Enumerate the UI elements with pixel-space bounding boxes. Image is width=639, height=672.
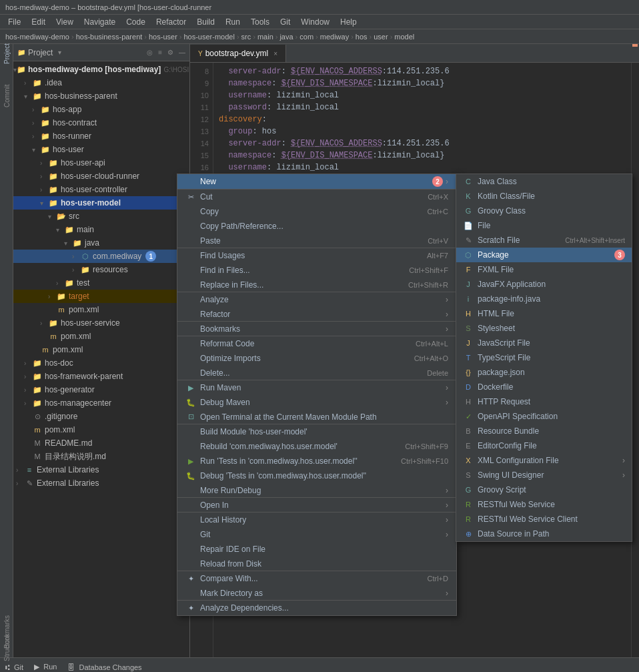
sub-label: Java Class bbox=[478, 177, 625, 186]
ctx-reload[interactable]: Reload from Disk bbox=[177, 557, 456, 571]
ctx-find-usages[interactable]: Find Usages Alt+F7 bbox=[177, 248, 456, 263]
sub-swing[interactable]: S Swing UI Designer › bbox=[456, 468, 632, 482]
sub-kotlin[interactable]: K Kotlin Class/File bbox=[456, 189, 632, 204]
ctx-rebuild[interactable]: Rebuild 'com.mediway.hos.user.model' Ctr… bbox=[177, 439, 456, 454]
sub-label: JavaFX Application bbox=[478, 280, 625, 289]
sub-label: Stylesheet bbox=[478, 324, 625, 333]
ctx-local-history[interactable]: Local History › bbox=[177, 513, 456, 527]
sub-java-class[interactable]: C Java Class bbox=[456, 174, 632, 189]
sub-css[interactable]: S Stylesheet bbox=[456, 321, 632, 336]
package-icon: ⬡ bbox=[463, 250, 474, 260]
sub-javafx[interactable]: J JavaFX Application bbox=[456, 277, 632, 292]
sub-label: File bbox=[478, 221, 625, 230]
run-maven-icon: ▶ bbox=[185, 384, 196, 392]
sub-package[interactable]: ⬡ Package 3 bbox=[456, 248, 632, 262]
ctx-replace[interactable]: Replace in Files... Ctrl+Shift+R bbox=[177, 278, 456, 292]
sub-label: Resource Bundle bbox=[478, 426, 625, 436]
sub-file[interactable]: 📄 File bbox=[456, 218, 632, 233]
shortcut: Ctrl+Shift+R bbox=[408, 281, 448, 289]
ctx-debug-tests[interactable]: 🐛 Debug 'Tests in 'com.mediway.hos.user.… bbox=[177, 468, 456, 483]
compare-icon: ✦ bbox=[185, 575, 196, 583]
sub-editorconfig[interactable]: E EditorConfig File bbox=[456, 438, 632, 453]
sub-datasource[interactable]: ⊕ Data Source in Path bbox=[456, 527, 632, 541]
sub-label: TypeScript File bbox=[478, 353, 625, 362]
sub-label: Swing UI Designer bbox=[478, 470, 622, 480]
ctx-label: Find Usages bbox=[200, 251, 422, 260]
arrow-icon: › bbox=[446, 310, 448, 319]
ctx-label: Find in Files... bbox=[200, 266, 404, 275]
sub-docker[interactable]: D Dockerfile bbox=[456, 380, 632, 394]
sub-restful[interactable]: R RESTful Web Service bbox=[456, 497, 632, 512]
sub-groovy[interactable]: G Groovy Class bbox=[456, 204, 632, 218]
sub-bundle[interactable]: B Resource Bundle bbox=[456, 424, 632, 438]
ctx-mark-dir[interactable]: Mark Directory as › bbox=[177, 586, 456, 601]
sub-html[interactable]: H HTML File bbox=[456, 306, 632, 321]
ctx-git[interactable]: Git › bbox=[177, 527, 456, 542]
sub-package-info[interactable]: i package-info.java bbox=[456, 292, 632, 306]
ctx-debug-maven[interactable]: 🐛 Debug Maven › bbox=[177, 395, 456, 410]
sub-label: XML Configuration File bbox=[478, 456, 622, 465]
sub-xml-config[interactable]: X XML Configuration File › bbox=[456, 453, 632, 468]
sub-label: Data Source in Path bbox=[478, 529, 625, 539]
ctx-delete[interactable]: Delete... Delete bbox=[177, 366, 456, 380]
arrow-icon: › bbox=[446, 295, 448, 304]
ctx-paste[interactable]: Paste Ctrl+V bbox=[177, 234, 456, 248]
ctx-label: Debug 'Tests in 'com.mediway.hos.user.mo… bbox=[200, 471, 448, 480]
ctx-label: Analyze Dependencies... bbox=[200, 603, 448, 613]
ctx-cut[interactable]: ✂ Cut Ctrl+X bbox=[177, 190, 456, 204]
ctx-run-tests[interactable]: ▶ Run 'Tests in 'com.mediway.hos.user.mo… bbox=[177, 454, 456, 468]
sub-json[interactable]: {} package.json bbox=[456, 365, 632, 380]
ctx-label: Replace in Files... bbox=[200, 280, 403, 290]
ctx-analyze-deps[interactable]: ✦ Analyze Dependencies... bbox=[177, 601, 456, 615]
ctx-refactor[interactable]: Refactor › bbox=[177, 307, 456, 322]
sub-http[interactable]: H HTTP Request bbox=[456, 394, 632, 409]
arrow-icon: › bbox=[446, 486, 448, 495]
sub-scratch[interactable]: ✎ Scratch File Ctrl+Alt+Shift+Insert bbox=[456, 233, 632, 248]
sub-label: package-info.java bbox=[478, 294, 625, 304]
ctx-find-files[interactable]: Find in Files... Ctrl+Shift+F bbox=[177, 263, 456, 278]
shortcut: Alt+F7 bbox=[427, 252, 448, 260]
ctx-label: Run 'Tests in 'com.mediway.hos.user.mode… bbox=[200, 456, 396, 466]
ctx-more-run[interactable]: More Run/Debug › bbox=[177, 483, 456, 498]
ctx-label: Cut bbox=[200, 192, 422, 202]
shortcut: Ctrl+D bbox=[428, 575, 448, 583]
ctx-copy-path[interactable]: Copy Path/Reference... bbox=[177, 219, 456, 234]
ctx-bookmarks[interactable]: Bookmarks › bbox=[177, 322, 456, 336]
ctx-label: Debug Maven bbox=[200, 398, 443, 407]
bundle-icon: B bbox=[463, 426, 474, 436]
ctx-label: More Run/Debug bbox=[200, 486, 443, 495]
xml-config-icon: X bbox=[463, 455, 474, 466]
context-menu: New 2 › ✂ Cut Ctrl+X Copy Ctrl+C Copy Pa… bbox=[177, 174, 457, 616]
ctx-repair[interactable]: Repair IDE on File bbox=[177, 542, 456, 557]
ctx-label: Repair IDE on File bbox=[200, 545, 448, 554]
arrow-icon: › bbox=[622, 470, 625, 480]
ctx-open-in[interactable]: Open In › bbox=[177, 498, 456, 513]
fxml-icon: F bbox=[463, 264, 474, 275]
sub-restful-client[interactable]: R RESTful Web Service Client bbox=[456, 512, 632, 527]
ctx-optimize[interactable]: Optimize Imports Ctrl+Alt+O bbox=[177, 351, 456, 366]
sub-ts[interactable]: T TypeScript File bbox=[456, 350, 632, 365]
submenu-new: C Java Class K Kotlin Class/File G Groov… bbox=[456, 174, 632, 542]
ctx-build-module[interactable]: Build Module 'hos-user-model' bbox=[177, 424, 456, 439]
ctx-compare[interactable]: ✦ Compare With... Ctrl+D bbox=[177, 571, 456, 586]
sub-label: Groovy Class bbox=[478, 206, 625, 216]
ctx-label: Optimize Imports bbox=[200, 354, 409, 363]
sub-groovy-script[interactable]: G Groovy Script bbox=[456, 482, 632, 497]
css-icon: S bbox=[463, 323, 474, 334]
badge-3: 3 bbox=[614, 250, 625, 260]
sub-js[interactable]: J JavaScript File bbox=[456, 336, 632, 350]
ctx-open-terminal[interactable]: ⊡ Open Terminal at the Current Maven Mod… bbox=[177, 410, 456, 424]
ctx-label: Mark Directory as bbox=[200, 589, 443, 598]
sub-openapi[interactable]: ✓ OpenAPI Specification bbox=[456, 409, 632, 424]
analyze-deps-icon: ✦ bbox=[185, 604, 196, 613]
ctx-run-maven[interactable]: ▶ Run Maven › bbox=[177, 380, 456, 395]
shortcut: Delete bbox=[427, 369, 448, 377]
sub-fxml[interactable]: F FXML File bbox=[456, 262, 632, 277]
ctx-reformat[interactable]: Reformat Code Ctrl+Alt+L bbox=[177, 336, 456, 351]
ctx-copy[interactable]: Copy Ctrl+C bbox=[177, 204, 456, 219]
context-menu-overlay[interactable]: New 2 › ✂ Cut Ctrl+X Copy Ctrl+C Copy Pa… bbox=[0, 0, 639, 672]
shortcut: Ctrl+C bbox=[428, 208, 448, 216]
ctx-analyze[interactable]: Analyze › bbox=[177, 292, 456, 307]
ctx-new[interactable]: New 2 › bbox=[177, 174, 456, 189]
arrow-icon: › bbox=[446, 589, 448, 598]
